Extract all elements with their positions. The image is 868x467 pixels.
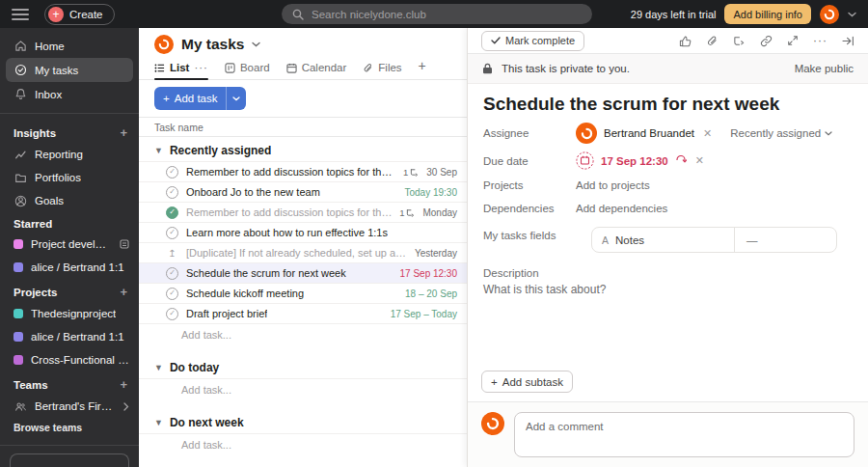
- sidebar-item-home[interactable]: Home: [6, 34, 133, 58]
- add-project-icon[interactable]: +: [120, 285, 127, 299]
- sidebar-item-label: Project development: [31, 238, 112, 250]
- like-icon[interactable]: [679, 35, 692, 47]
- chevron-down-icon[interactable]: [848, 12, 856, 17]
- projects-field: Projects Add to projects: [468, 174, 868, 197]
- task-title-input[interactable]: Schedule the scrum for next week: [468, 84, 868, 119]
- fullscreen-icon[interactable]: [787, 35, 799, 46]
- add-insight-icon[interactable]: +: [120, 125, 127, 140]
- notes-field-value[interactable]: —: [735, 228, 770, 252]
- make-public-button[interactable]: Make public: [795, 63, 854, 74]
- browse-teams-link[interactable]: Browse teams: [0, 418, 139, 437]
- tab-list[interactable]: List ···: [154, 62, 208, 79]
- sidebar-item-goals[interactable]: Goals: [0, 189, 139, 212]
- add-task-row[interactable]: Add task...: [139, 433, 467, 454]
- task-row[interactable]: ✓ Remember to add discussion topics for …: [139, 161, 467, 181]
- sidebar-section-projects[interactable]: Projects +: [0, 279, 139, 302]
- sidebar-item-portfolios[interactable]: Portfolios: [0, 166, 139, 189]
- tab-options-icon[interactable]: ···: [194, 62, 208, 73]
- calendar-icon: [286, 63, 297, 73]
- collapse-triangle-icon[interactable]: ▼: [154, 147, 163, 155]
- add-to-projects-button[interactable]: Add to projects: [576, 179, 650, 191]
- add-billing-info-button[interactable]: Add billing info: [724, 4, 811, 24]
- add-subtask-icon[interactable]: [733, 35, 746, 47]
- assignee-section-dropdown[interactable]: Recently assigned: [730, 127, 832, 139]
- description-input[interactable]: What is this task about?: [468, 280, 868, 299]
- check-icon: [491, 37, 501, 44]
- create-button-label: Create: [69, 9, 103, 20]
- due-date-calendar-icon[interactable]: [576, 151, 594, 170]
- task-check-icon[interactable]: ✓: [166, 166, 178, 179]
- task-row-completed[interactable]: ✓ Remember to add discussion topics for …: [139, 202, 467, 222]
- task-check-icon-completed[interactable]: ✓: [166, 206, 178, 219]
- sidebar-item-alice-bertrand-starred[interactable]: alice / Bertrand 1:1: [0, 256, 139, 279]
- sidebar-item-my-tasks[interactable]: My tasks: [6, 58, 133, 82]
- tab-calendar[interactable]: Calendar: [286, 62, 347, 79]
- task-row-selected[interactable]: ✓ Schedule the scrum for next week 17 Se…: [139, 262, 467, 283]
- check-circle-icon: [14, 64, 27, 77]
- task-row[interactable]: ✓ Learn more about how to run effective …: [139, 222, 467, 242]
- folder-icon: [14, 171, 27, 184]
- task-title: Onboard Jo to the new team: [186, 186, 320, 198]
- remove-assignee-icon[interactable]: ✕: [701, 127, 714, 140]
- sidebar-item-label: Bertrand's First Team: [35, 400, 116, 412]
- task-row[interactable]: ✓ Onboard Jo to the new team Today 19:30: [139, 181, 467, 202]
- task-row[interactable]: ✓ Draft project brief 17 Sep – Today: [139, 303, 467, 323]
- task-row-duplicate[interactable]: ↥ [Duplicate] If not already scheduled, …: [139, 242, 467, 262]
- add-task-row[interactable]: Add task...: [139, 323, 467, 344]
- collapse-triangle-icon[interactable]: ▼: [154, 364, 163, 372]
- bell-icon: [14, 88, 27, 101]
- section-recently-assigned[interactable]: ▼ Recently assigned: [139, 137, 467, 161]
- my-tasks-panel: My tasks List ··· Board: [139, 28, 467, 467]
- copy-link-icon[interactable]: [760, 35, 773, 47]
- comment-input[interactable]: Add a comment: [514, 412, 854, 457]
- sidebar-item-thedesignproject[interactable]: Thedesignproject: [0, 302, 139, 325]
- add-task-dropdown[interactable]: [226, 87, 246, 110]
- more-options-icon[interactable]: ···: [813, 34, 827, 47]
- attach-icon[interactable]: [706, 35, 719, 47]
- notes-field-cell[interactable]: A Notes: [592, 228, 735, 252]
- sidebar-item-alice-bertrand-project[interactable]: alice / Bertrand 1:1: [0, 325, 139, 348]
- due-date-value[interactable]: 17 Sep 12:30: [601, 155, 668, 167]
- add-subtask-button[interactable]: + Add subtask: [481, 371, 573, 393]
- sidebar-toggle-icon[interactable]: [12, 6, 29, 23]
- user-avatar[interactable]: [820, 5, 839, 24]
- task-check-icon[interactable]: ✓: [166, 308, 178, 320]
- create-button[interactable]: + Create: [44, 4, 115, 25]
- sidebar-item-inbox[interactable]: Inbox: [6, 82, 133, 106]
- section-do-today[interactable]: ▼ Do today: [139, 354, 467, 378]
- add-team-icon[interactable]: +: [120, 377, 127, 392]
- task-check-icon[interactable]: ✓: [166, 186, 178, 199]
- sidebar-item-project-development[interactable]: Project development: [0, 233, 139, 256]
- section-do-next-week[interactable]: ▼ Do next week: [139, 409, 467, 433]
- task-check-icon[interactable]: ✓: [166, 227, 178, 239]
- add-dependencies-button[interactable]: Add dependencies: [576, 203, 667, 214]
- search-input[interactable]: Search nicelydone.club: [282, 4, 592, 24]
- invite-teammates-button[interactable]: [10, 453, 129, 467]
- section-title: Do next week: [170, 416, 244, 429]
- sidebar-item-bertrands-first-team[interactable]: Bertrand's First Team: [0, 395, 139, 418]
- tab-board[interactable]: Board: [225, 62, 270, 79]
- plus-icon: +: [491, 376, 498, 388]
- recurring-icon[interactable]: [675, 155, 687, 166]
- add-task-row[interactable]: Add task...: [139, 378, 467, 399]
- task-check-icon[interactable]: ✓: [166, 267, 178, 280]
- mark-complete-button[interactable]: Mark complete: [481, 31, 584, 51]
- sidebar-section-teams[interactable]: Teams +: [0, 371, 139, 395]
- sidebar-section-insights[interactable]: Insights +: [0, 120, 139, 143]
- assignee-avatar[interactable]: [576, 123, 597, 144]
- sidebar-section-starred[interactable]: Starred: [0, 212, 139, 233]
- task-row[interactable]: ✓ Schedule kickoff meeting 18 – 20 Sep: [139, 283, 467, 303]
- chevron-down-icon[interactable]: [252, 41, 260, 47]
- tab-add[interactable]: +: [419, 58, 426, 79]
- task-check-icon[interactable]: ✓: [166, 288, 178, 300]
- task-title: Remember to add discussion topics for th…: [186, 206, 393, 218]
- assignee-name[interactable]: Bertrand Bruandet: [604, 127, 694, 139]
- clear-due-date-icon[interactable]: ✕: [693, 154, 706, 167]
- close-panel-icon[interactable]: [842, 36, 854, 46]
- sidebar-item-reporting[interactable]: Reporting: [0, 143, 139, 166]
- column-header-task-name[interactable]: Task name: [139, 118, 467, 137]
- collapse-triangle-icon[interactable]: ▼: [154, 419, 163, 427]
- add-task-button[interactable]: +Add task: [154, 87, 246, 110]
- sidebar-item-cross-functional[interactable]: Cross-Functional Project...: [0, 348, 139, 371]
- tab-files[interactable]: Files: [363, 62, 401, 79]
